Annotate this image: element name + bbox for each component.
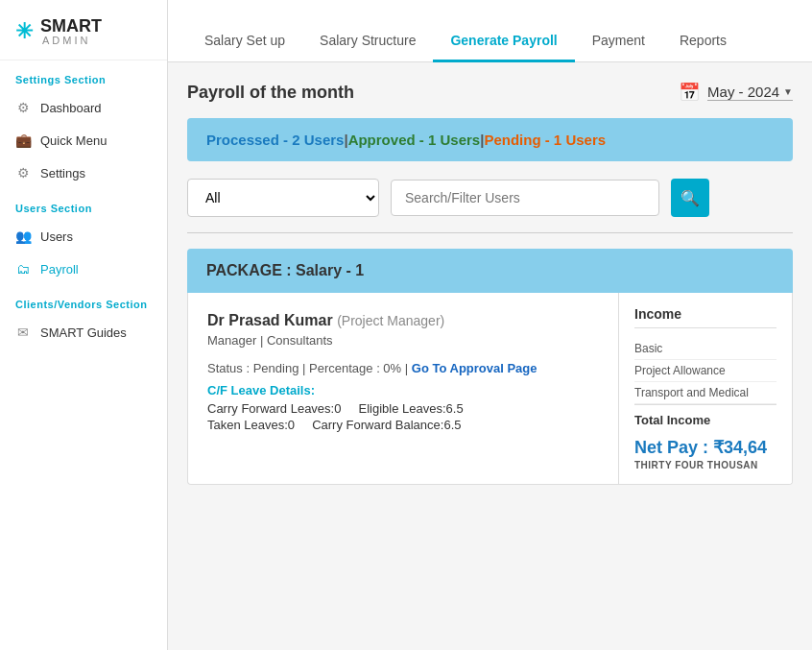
net-pay: Net Pay : ₹34,64 (634, 431, 776, 460)
month-selector: 📅 May - 2024 ▼ (679, 82, 793, 103)
package-header: PACKAGE : Salary - 1 (187, 249, 793, 293)
search-icon: 🔍 (681, 189, 700, 207)
status-processed: Processed - 2 Users (206, 132, 344, 148)
percentage-text: Percentage : 0% (309, 361, 401, 375)
users-icon: 👥 (15, 229, 31, 244)
settings-section-label: Settings Section (0, 60, 167, 91)
sidebar-item-dashboard[interactable]: ⚙ Dashboard (0, 91, 167, 124)
payroll-icon: 🗂 (15, 261, 31, 277)
employee-card: Dr Prasad Kumar (Project Manager) Manage… (187, 293, 793, 485)
income-project-allowance: Project Allowance (634, 360, 776, 382)
status-approved: Approved - 1 Users (348, 132, 481, 148)
total-income-label: Total Income (634, 404, 776, 431)
carry-forward-balance-text: Carry Forward Balance:6.5 (312, 418, 461, 432)
settings-icon: ⚙ (15, 165, 31, 181)
month-dropdown-wrapper[interactable]: May - 2024 ▼ (707, 84, 793, 101)
sidebar-item-smart-guides[interactable]: ✉ SMART Guides (0, 316, 167, 349)
search-input[interactable] (391, 180, 659, 216)
section-divider (187, 232, 793, 233)
income-transport-medical: Transport and Medical (634, 382, 776, 404)
payroll-title: Payroll of the month (187, 83, 354, 103)
net-pay-words: THIRTY FOUR THOUSAN (634, 460, 776, 470)
logo-admin: ADMIN (42, 35, 102, 46)
carry-forward-row: Carry Forward Leaves:0 Eligible Leaves:6… (207, 401, 599, 416)
search-button[interactable]: 🔍 (671, 179, 709, 217)
sidebar-item-label: Quick Menu (40, 133, 107, 148)
quick-menu-icon: 💼 (15, 132, 31, 148)
sidebar: ✳ SMART ADMIN Settings Section ⚙ Dashboa… (0, 0, 168, 650)
income-panel: Income Basic Project Allowance Transport… (619, 293, 792, 484)
filter-dropdown[interactable]: All (187, 179, 379, 217)
top-nav: Salary Set up Salary Structure Generate … (168, 0, 812, 62)
sidebar-item-label: Payroll (40, 262, 79, 277)
income-basic: Basic (634, 338, 776, 360)
sidebar-logo: ✳ SMART ADMIN (0, 0, 167, 60)
nav-generate-payroll[interactable]: Generate Payroll (433, 33, 574, 62)
month-value: May - 2024 (707, 84, 779, 100)
status-text: Status : Pending (207, 361, 299, 375)
calendar-icon: 📅 (679, 82, 700, 103)
employee-role: (Project Manager) (337, 313, 444, 328)
sidebar-item-label: SMART Guides (40, 325, 127, 340)
smart-guides-icon: ✉ (15, 325, 31, 340)
sidebar-item-label: Settings (40, 166, 85, 181)
sidebar-item-label: Users (40, 229, 73, 244)
carry-forward-text: Carry Forward Leaves:0 (207, 401, 341, 416)
status-pending: Pending - 1 Users (484, 132, 606, 148)
logo-smart: SMART (40, 17, 102, 35)
emp-name-text: Dr Prasad Kumar (207, 312, 333, 328)
nav-salary-structure[interactable]: Salary Structure (302, 33, 433, 62)
cf-leave-title: C/F Leave Details: (207, 383, 599, 397)
nav-payment[interactable]: Payment (575, 33, 662, 62)
dashboard-icon: ⚙ (15, 100, 31, 115)
clients-section-label: Clients/Vendors Section (0, 285, 167, 316)
employee-status: Status : Pending | Percentage : 0% | Go … (207, 361, 599, 375)
employee-details: Dr Prasad Kumar (Project Manager) Manage… (188, 293, 619, 484)
payroll-header: Payroll of the month 📅 May - 2024 ▼ (187, 82, 793, 103)
filter-row: All 🔍 (187, 179, 793, 217)
sidebar-item-label: Dashboard (40, 101, 102, 115)
main-content: Salary Set up Salary Structure Generate … (168, 0, 812, 650)
month-dropdown-arrow: ▼ (783, 86, 793, 97)
income-title: Income (634, 306, 776, 328)
users-section-label: Users Section (0, 189, 167, 220)
nav-reports[interactable]: Reports (662, 33, 744, 62)
employee-name: Dr Prasad Kumar (Project Manager) (207, 312, 599, 329)
eligible-text: Eligible Leaves:6.5 (359, 401, 464, 416)
sidebar-item-payroll[interactable]: 🗂 Payroll (0, 253, 167, 285)
nav-salary-setup[interactable]: Salary Set up (187, 33, 302, 62)
taken-row: Taken Leaves:0 Carry Forward Balance:6.5 (207, 418, 599, 432)
employee-tags: Manager | Consultants (207, 333, 599, 348)
logo-icon: ✳ (15, 19, 33, 44)
sidebar-item-settings[interactable]: ⚙ Settings (0, 156, 167, 189)
sidebar-item-users[interactable]: 👥 Users (0, 220, 167, 253)
go-to-approval-link[interactable]: Go To Approval Page (412, 361, 537, 375)
status-bar: Processed - 2 Users|Approved - 1 Users|P… (187, 118, 793, 161)
taken-text: Taken Leaves:0 (207, 418, 295, 432)
sidebar-item-quick-menu[interactable]: 💼 Quick Menu (0, 124, 167, 156)
content-area: Payroll of the month 📅 May - 2024 ▼ Proc… (168, 62, 812, 650)
